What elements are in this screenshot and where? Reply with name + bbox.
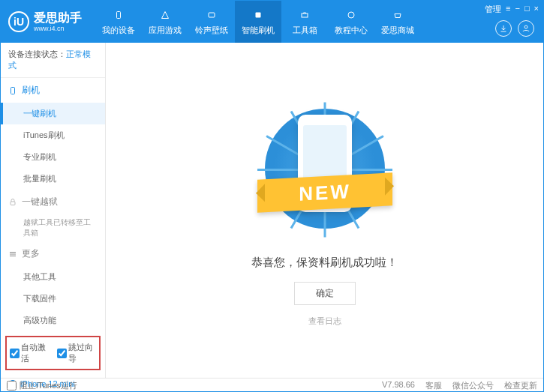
sb-itunes-flash[interactable]: iTunes刷机 xyxy=(1,124,105,146)
wc-close[interactable]: × xyxy=(534,4,539,15)
success-illustration: NEW xyxy=(250,101,400,236)
section-flash[interactable]: 刷机 xyxy=(1,78,105,103)
window-controls: 管理 ≡ − □ × xyxy=(485,4,539,15)
user-icon[interactable] xyxy=(518,20,534,37)
main-nav: 我的设备 应用游戏 铃声壁纸 智能刷机 工具箱 教程中心 爱思商城 xyxy=(95,1,421,43)
wc-menu[interactable]: ≡ xyxy=(506,4,510,15)
version-label: V7.98.66 xyxy=(382,380,415,391)
support-link[interactable]: 客服 xyxy=(425,380,442,391)
sidebar: 设备连接状态：正常模式 刷机 一键刷机 iTunes刷机 专业刷机 批量刷机 一… xyxy=(1,43,106,378)
chk-auto-activate[interactable]: 自动激活 xyxy=(10,342,50,364)
sb-download-fw[interactable]: 下载固件 xyxy=(1,288,105,310)
svg-point-4 xyxy=(348,12,354,18)
nav-toolbox[interactable]: 工具箱 xyxy=(281,1,328,43)
svg-rect-0 xyxy=(117,12,121,19)
section-more[interactable]: 更多 xyxy=(1,241,105,266)
sb-other-tools[interactable]: 其他工具 xyxy=(1,266,105,288)
svg-rect-2 xyxy=(256,13,261,18)
svg-point-5 xyxy=(524,25,527,28)
view-log-link[interactable]: 查看日志 xyxy=(308,316,341,327)
ok-button[interactable]: 确定 xyxy=(294,282,356,305)
svg-rect-1 xyxy=(209,13,215,17)
nav-smart-flash[interactable]: 智能刷机 xyxy=(235,1,281,43)
nav-ringtones[interactable]: 铃声壁纸 xyxy=(188,1,235,43)
connection-status: 设备连接状态：正常模式 xyxy=(1,43,105,78)
svg-rect-6 xyxy=(11,87,15,94)
nav-my-device[interactable]: 我的设备 xyxy=(95,1,142,43)
app-header: iU 爱思助手 www.i4.cn 我的设备 应用游戏 铃声壁纸 智能刷机 工具… xyxy=(1,1,543,43)
sb-advanced[interactable]: 高级功能 xyxy=(1,310,105,331)
success-message: 恭喜您，保资料刷机成功啦！ xyxy=(251,256,398,270)
main-panel: NEW 恭喜您，保资料刷机成功啦！ 确定 查看日志 xyxy=(106,43,543,378)
chk-skip-guide[interactable]: 跳过向导 xyxy=(57,342,97,364)
download-icon[interactable] xyxy=(495,20,512,37)
nav-tutorials[interactable]: 教程中心 xyxy=(328,1,374,43)
logo-icon: iU xyxy=(8,11,29,32)
wc-max[interactable]: □ xyxy=(524,4,530,15)
site-url: www.i4.cn xyxy=(34,25,82,32)
app-name: 爱思助手 xyxy=(34,12,82,24)
jailbreak-note: 越狱工具已转移至工具箱 xyxy=(1,214,105,241)
wc-min[interactable]: − xyxy=(515,4,519,15)
nav-apps-games[interactable]: 应用游戏 xyxy=(142,1,188,43)
check-update-link[interactable]: 检查更新 xyxy=(504,380,537,391)
section-jailbreak: 一键越狱 xyxy=(1,190,105,214)
nav-store[interactable]: 爱思商城 xyxy=(374,1,421,43)
sb-batch-flash[interactable]: 批量刷机 xyxy=(1,168,105,190)
svg-rect-3 xyxy=(302,13,308,17)
block-itunes-checkbox[interactable]: 阻止iTunes运行 xyxy=(7,380,77,391)
sb-pro-flash[interactable]: 专业刷机 xyxy=(1,146,105,168)
sb-oneclick-flash[interactable]: 一键刷机 xyxy=(1,103,105,124)
wc-manage[interactable]: 管理 xyxy=(485,4,501,15)
wechat-link[interactable]: 微信公众号 xyxy=(452,380,494,391)
new-ribbon: NEW xyxy=(257,172,392,212)
logo: iU 爱思助手 www.i4.cn xyxy=(1,1,89,43)
svg-rect-7 xyxy=(11,202,15,205)
options-box: 自动激活 跳过向导 xyxy=(5,336,101,370)
